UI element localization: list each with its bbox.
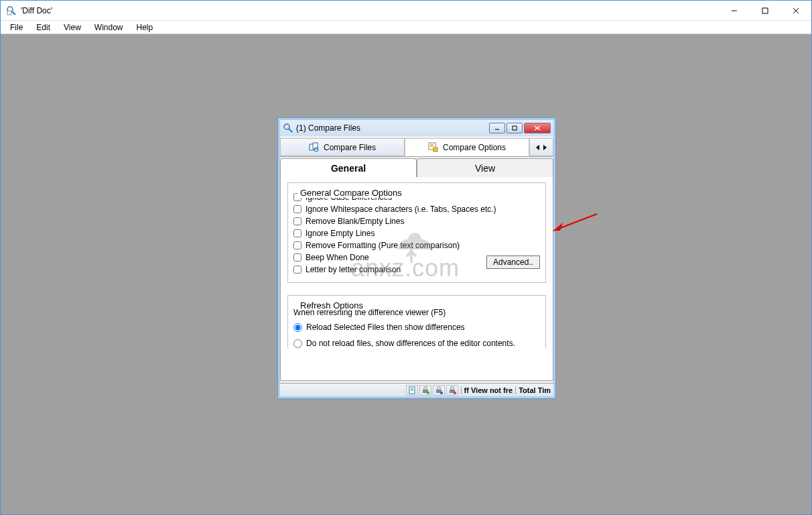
menu-view[interactable]: View (57, 21, 88, 34)
sub-tab-label: General (331, 163, 366, 174)
toolbar-tabs: Compare Files Compare Options (280, 138, 553, 157)
maximize-button[interactable] (750, 1, 781, 20)
svg-point-27 (427, 392, 429, 394)
svg-point-33 (454, 392, 456, 394)
svg-rect-29 (437, 387, 440, 390)
watermark-icon (388, 229, 442, 270)
svg-line-1 (12, 11, 15, 15)
child-window-controls (489, 123, 551, 133)
menu-help[interactable]: Help (130, 21, 160, 34)
child-window-compare: (1) Compare Files Compare Files (277, 117, 556, 399)
compare-options-icon (428, 142, 439, 153)
svg-rect-2 (7, 11, 11, 15)
app-icon (6, 5, 17, 16)
checkbox[interactable] (293, 253, 301, 262)
window-title: 'Diff Doc' (21, 6, 719, 15)
group-title: Refresh Options (297, 300, 366, 310)
status-text-1: ff View not fre (461, 386, 516, 394)
toolbar-tab-label: Compare Files (324, 143, 376, 152)
minimize-button[interactable] (719, 1, 750, 20)
svg-marker-20 (536, 145, 539, 150)
close-button[interactable] (781, 1, 811, 20)
radio-reload-files[interactable]: Reload Selected Files then show differen… (293, 323, 540, 332)
menu-edit[interactable]: Edit (29, 21, 57, 34)
tab-content-general: General Compare Options Ignore Case Diff… (280, 177, 553, 381)
toolbar-tab-label: Compare Options (443, 143, 506, 152)
radio[interactable] (293, 323, 302, 332)
menu-window[interactable]: Window (88, 21, 130, 34)
checkbox-label: Remove Blank/Empty Lines (306, 217, 404, 226)
svg-rect-26 (424, 387, 427, 390)
child-statusbar: ff View not fre Total Tim (280, 383, 553, 396)
svg-rect-19 (433, 148, 437, 152)
compare-files-icon (309, 142, 320, 153)
sub-tabs: General View (280, 158, 553, 177)
checkbox[interactable] (293, 229, 301, 237)
status-print-red-icon[interactable] (446, 385, 458, 396)
child-titlebar[interactable]: (1) Compare Files (280, 120, 553, 136)
svg-point-30 (440, 392, 443, 394)
status-text-2: Total Tim (515, 386, 553, 394)
status-print-green-icon[interactable] (419, 385, 431, 396)
sub-tab-view[interactable]: View (417, 158, 553, 177)
checkbox-label: Letter by letter comparison (306, 265, 401, 274)
checkbox[interactable] (293, 241, 301, 249)
group-title: General Compare Options (297, 188, 405, 198)
checkbox-label: Beep When Done (306, 253, 369, 262)
checkbox[interactable] (293, 205, 301, 213)
menubar: File Edit View Window Help (1, 21, 811, 34)
checkbox[interactable] (293, 217, 301, 225)
advanced-button[interactable]: Advanced.. (486, 255, 540, 269)
refresh-options-group: Refresh Options When refreshing the diff… (287, 295, 546, 348)
window-controls (719, 1, 811, 20)
child-window-title: (1) Compare Files (296, 123, 489, 133)
child-minimize-button[interactable] (489, 123, 505, 133)
status-doc-icon[interactable] (406, 385, 418, 396)
svg-line-8 (289, 129, 292, 132)
titlebar: 'Diff Doc' (1, 1, 811, 21)
child-maximize-button[interactable] (506, 123, 523, 133)
mdi-client-area: (1) Compare Files Compare Files (1, 34, 811, 514)
svg-point-7 (284, 124, 289, 129)
main-window: 'Diff Doc' File Edit View Window Help (1… (0, 0, 812, 515)
svg-rect-10 (513, 126, 517, 130)
status-icons (403, 385, 461, 396)
toolbar-tab-compare-files[interactable]: Compare Files (280, 138, 405, 156)
toolbar-tab-compare-options[interactable]: Compare Options (405, 138, 529, 156)
sub-tab-general[interactable]: General (280, 158, 417, 177)
svg-rect-4 (762, 8, 768, 13)
radio[interactable] (293, 339, 302, 348)
radio-no-reload[interactable]: Do not reload files, show differences of… (293, 339, 540, 348)
sub-tab-label: View (475, 163, 495, 174)
checkbox-label: Ignore Whitespace characters (i.e. Tabs,… (306, 205, 496, 214)
checkbox[interactable] (293, 266, 301, 274)
menu-file[interactable]: File (3, 21, 29, 34)
svg-rect-32 (451, 387, 454, 390)
tab-nav-arrows[interactable] (529, 138, 553, 156)
svg-marker-21 (543, 145, 547, 150)
status-print-blue-icon[interactable] (433, 385, 445, 396)
child-close-button[interactable] (524, 123, 551, 133)
checkbox-label: Ignore Empty Lines (306, 229, 375, 238)
opt-ignore-whitespace[interactable]: Ignore Whitespace characters (i.e. Tabs,… (293, 205, 540, 214)
radio-label: Reload Selected Files then show differen… (306, 323, 465, 332)
child-app-icon (283, 123, 293, 133)
opt-remove-blank[interactable]: Remove Blank/Empty Lines (293, 217, 540, 226)
radio-label: Do not reload files, show differences of… (306, 339, 515, 348)
red-arrow-annotation (547, 211, 600, 237)
